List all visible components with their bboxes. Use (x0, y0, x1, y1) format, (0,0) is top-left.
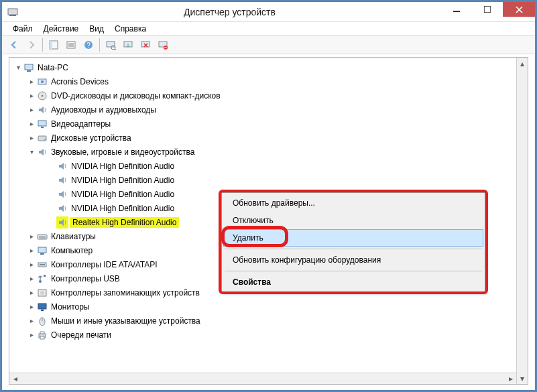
svg-rect-1 (9, 15, 16, 16)
window-title: Диспетчер устройств (18, 7, 441, 17)
tree-node[interactable]: NVIDIA High Definition Audio (12, 159, 516, 173)
svg-text:?: ? (86, 42, 91, 49)
menu-view[interactable]: Вид (84, 22, 109, 36)
scroll-up-arrow[interactable]: ▴ (517, 58, 528, 69)
svg-rect-21 (27, 70, 31, 72)
toolbar-show-hidden-button[interactable] (46, 37, 62, 53)
svg-rect-47 (40, 336, 44, 339)
expand-icon[interactable]: ▸ (27, 233, 36, 240)
context-menu-item[interactable]: Обновить конфигурацию оборудования (223, 251, 483, 269)
expand-icon[interactable]: ▸ (27, 289, 36, 296)
scroll-track[interactable] (21, 373, 505, 384)
tree-node-label: NVIDIA High Definition Audio (70, 204, 176, 213)
tree-node-label: Realtek High Definition Audio (70, 217, 179, 228)
tree-node-label: NVIDIA High Definition Audio (70, 161, 176, 171)
toolbar-disable-button[interactable] (155, 37, 171, 53)
toolbar-uninstall-button[interactable] (137, 37, 154, 53)
close-button[interactable] (503, 2, 535, 17)
svg-rect-12 (107, 42, 115, 47)
toolbar-back-button[interactable] (6, 37, 22, 53)
tree-node[interactable]: ▾Nata-PC (12, 60, 516, 74)
tree-node-label: Мыши и иные указывающие устройства (50, 316, 202, 326)
tree-node[interactable]: ▸Аудиовходы и аудиовыходы (12, 103, 516, 117)
menu-file[interactable]: Файл (7, 22, 38, 36)
context-menu-item[interactable]: Отключить (223, 212, 483, 229)
collapse-icon[interactable]: ▾ (13, 64, 23, 71)
tree-node[interactable]: ▾Звуковые, игровые и видеоустройства (12, 145, 516, 159)
display-icon (36, 118, 48, 130)
context-menu-separator (225, 271, 482, 271)
svg-rect-46 (40, 332, 44, 334)
computer-icon (36, 245, 48, 257)
tree-node-label: Очереди печати (50, 330, 113, 340)
svg-rect-42 (41, 310, 44, 311)
svg-point-40 (40, 291, 44, 295)
expand-icon[interactable]: ▸ (27, 303, 36, 310)
svg-rect-36 (40, 264, 45, 265)
tree-node[interactable]: ▸DVD-дисководы и дисководы компакт-диско… (12, 88, 516, 103)
expand-icon[interactable]: ▸ (27, 106, 36, 113)
expand-icon[interactable]: ▸ (27, 134, 36, 141)
maximize-button[interactable] (472, 2, 503, 17)
expand-icon[interactable]: ▸ (27, 92, 36, 99)
tree-node[interactable]: ▸Мониторы (12, 300, 516, 314)
expand-icon[interactable]: ▸ (27, 120, 36, 127)
tree-node[interactable]: ▸Дисковые устройства (12, 131, 516, 145)
context-menu-item[interactable]: Свойства (223, 273, 483, 291)
svg-point-37 (39, 280, 42, 283)
tree-node[interactable]: NVIDIA High Definition Audio (12, 173, 516, 187)
context-menu-item[interactable]: Удалить (223, 229, 483, 247)
toolbar: ? (2, 36, 535, 54)
svg-rect-0 (8, 9, 17, 15)
minimize-button[interactable] (441, 2, 472, 17)
monitor-icon (36, 301, 48, 313)
expand-icon[interactable]: ▸ (27, 261, 36, 268)
toolbar-forward-button[interactable] (23, 37, 40, 53)
tree-node-label: Контроллеры USB (50, 274, 121, 283)
device-icon (36, 76, 48, 88)
tree-node-label: Контроллеры IDE ATA/ATAPI (50, 260, 159, 269)
collapse-icon[interactable]: ▾ (27, 148, 36, 155)
svg-point-25 (42, 94, 44, 96)
vertical-scrollbar[interactable]: ▴ ▾ (516, 58, 528, 384)
menubar: Файл Действие Вид Справка (2, 22, 535, 36)
context-menu: Обновить драйверы...ОтключитьУдалитьОбно… (221, 192, 485, 293)
expand-icon[interactable]: ▸ (27, 78, 36, 85)
toolbar-separator (42, 38, 43, 52)
toolbar-properties-button[interactable] (63, 37, 79, 53)
menu-help[interactable]: Справка (109, 22, 152, 36)
svg-rect-26 (38, 121, 46, 126)
device-manager-icon (7, 7, 18, 17)
menu-action[interactable]: Действие (38, 22, 84, 36)
svg-rect-41 (38, 304, 46, 309)
context-menu-item[interactable]: Обновить драйверы... (223, 194, 483, 212)
scroll-right-arrow[interactable]: ▸ (505, 373, 516, 384)
tree-node-label: NVIDIA High Definition Audio (70, 190, 176, 199)
svg-rect-33 (38, 247, 46, 253)
ide-icon (36, 259, 48, 271)
expand-icon[interactable]: ▸ (27, 275, 36, 282)
horizontal-scrollbar[interactable]: ◂ ▸ (9, 373, 516, 384)
toolbar-help-button[interactable]: ? (80, 37, 97, 53)
tree-node[interactable]: ▸Acronis Devices (12, 74, 516, 88)
tree-node[interactable]: ▸Видеоадаптеры (12, 117, 516, 131)
tree-node[interactable]: ▸Мыши и иные указывающие устройства (12, 314, 516, 328)
expand-icon[interactable]: ▸ (27, 247, 36, 254)
tree-node-label: Звуковые, игровые и видеоустройства (50, 147, 196, 157)
tree-node-label: Дисковые устройства (50, 133, 133, 143)
scroll-down-arrow[interactable]: ▾ (517, 373, 528, 384)
tree-node-label: Компьютер (50, 246, 94, 255)
disc-icon (36, 90, 48, 102)
svg-line-14 (115, 49, 116, 50)
tree-node[interactable]: ▸Очереди печати (12, 328, 516, 342)
scroll-track[interactable] (517, 69, 528, 373)
svg-rect-3 (484, 6, 491, 13)
scroll-left-arrow[interactable]: ◂ (9, 373, 21, 384)
tree-node-label: DVD-дисководы и дисководы компакт-дисков (50, 91, 222, 101)
tree-node-label: Контроллеры запоминающих устройств (50, 288, 201, 298)
expand-icon[interactable]: ▸ (27, 331, 36, 338)
expand-icon[interactable]: ▸ (27, 317, 36, 324)
audio-icon (56, 160, 68, 172)
toolbar-update-driver-button[interactable] (120, 37, 136, 53)
toolbar-scan-hardware-button[interactable] (103, 37, 119, 53)
